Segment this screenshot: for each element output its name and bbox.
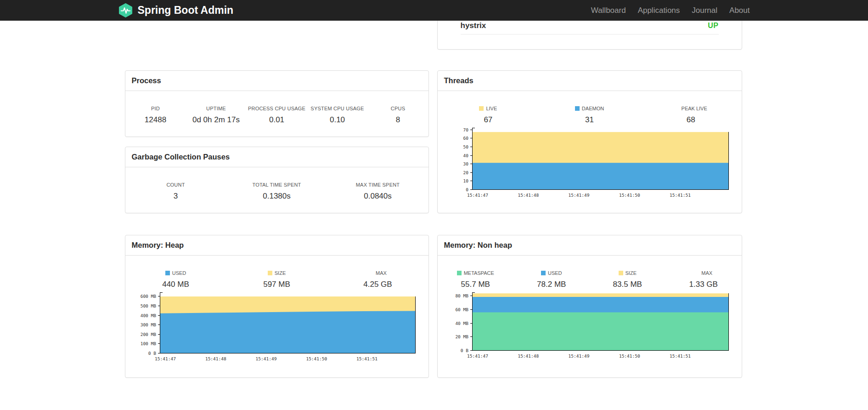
stat-gc-total-time: TOTAL TIME SPENT 0.1380s bbox=[226, 182, 327, 201]
memory-heap-chart: 0 B100 MB200 MB300 MB400 MB500 MB600 MB1… bbox=[125, 290, 428, 367]
legend-nonheap-used: USED 78.2 MB bbox=[513, 270, 590, 289]
svg-text:15:41:49: 15:41:49 bbox=[568, 193, 589, 198]
svg-text:15:41:51: 15:41:51 bbox=[356, 356, 378, 361]
svg-text:200 MB: 200 MB bbox=[140, 332, 156, 337]
brand-link[interactable]: Spring Boot Admin bbox=[118, 3, 234, 17]
navbar-links: Wallboard Applications Journal About bbox=[585, 0, 750, 21]
live-swatch-icon bbox=[479, 106, 484, 111]
health-row: hystrix UP bbox=[461, 21, 719, 30]
threads-panel: Threads LIVE 67 DAEMON 31 PEAK LIVE 68 0… bbox=[437, 70, 742, 213]
svg-text:15:41:48: 15:41:48 bbox=[518, 353, 539, 359]
svg-text:15:41:50: 15:41:50 bbox=[619, 353, 640, 359]
legend-daemon: DAEMON 31 bbox=[539, 106, 640, 125]
svg-text:0 B: 0 B bbox=[148, 351, 156, 356]
svg-text:60: 60 bbox=[463, 136, 468, 141]
memory-nonheap-panel: Memory: Non heap METASPACE 55.7 MB USED … bbox=[437, 235, 742, 378]
svg-text:15:41:47: 15:41:47 bbox=[467, 353, 488, 359]
legend-live: LIVE 67 bbox=[438, 106, 539, 125]
legend-nonheap-max: MAX 1.33 GB bbox=[665, 270, 742, 289]
divider bbox=[461, 34, 719, 34]
svg-text:600 MB: 600 MB bbox=[140, 294, 156, 299]
gc-panel: Garbage Collection Pauses COUNT 3 TOTAL … bbox=[125, 147, 429, 213]
navbar-container: Spring Boot Admin Wallboard Applications… bbox=[118, 0, 750, 21]
svg-text:400 MB: 400 MB bbox=[140, 313, 156, 318]
threads-panel-title: Threads bbox=[438, 71, 742, 91]
memory-nonheap-legend: METASPACE 55.7 MB USED 78.2 MB SIZE 83.5… bbox=[438, 256, 742, 289]
svg-text:15:41:49: 15:41:49 bbox=[568, 353, 589, 359]
stat-system-cpu-usage: SYSTEM CPU USAGE 0.10 bbox=[307, 106, 368, 125]
brand-title: Spring Boot Admin bbox=[138, 4, 234, 17]
status-badge: UP bbox=[708, 22, 718, 30]
nav-item-wallboard[interactable]: Wallboard bbox=[585, 0, 632, 21]
svg-text:15:41:50: 15:41:50 bbox=[619, 193, 640, 198]
size-swatch-icon bbox=[619, 271, 623, 275]
svg-text:15:41:49: 15:41:49 bbox=[255, 356, 276, 361]
legend-heap-used: USED 440 MB bbox=[125, 270, 226, 289]
svg-text:20: 20 bbox=[463, 170, 468, 175]
svg-text:15:41:51: 15:41:51 bbox=[670, 193, 691, 198]
gc-stats: COUNT 3 TOTAL TIME SPENT 0.1380s MAX TIM… bbox=[125, 167, 428, 201]
health-indicator-name: hystrix bbox=[461, 21, 486, 30]
svg-text:70: 70 bbox=[463, 127, 468, 132]
page-content: hystrix UP Process PID 12488 UPTIME 0d 0… bbox=[118, 0, 750, 410]
threads-legend: LIVE 67 DAEMON 31 PEAK LIVE 68 bbox=[438, 91, 742, 125]
threads-chart: 01020304050607015:41:4715:41:4815:41:491… bbox=[438, 125, 742, 203]
process-stats: PID 12488 UPTIME 0d 0h 2m 17s PROCESS CP… bbox=[125, 91, 428, 125]
top-navbar: Spring Boot Admin Wallboard Applications… bbox=[0, 0, 868, 21]
nav-item-about[interactable]: About bbox=[723, 0, 750, 21]
svg-text:15:41:51: 15:41:51 bbox=[670, 353, 691, 359]
svg-text:15:41:47: 15:41:47 bbox=[155, 356, 176, 361]
svg-text:15:41:48: 15:41:48 bbox=[518, 193, 539, 198]
used-swatch-icon bbox=[165, 271, 170, 275]
svg-text:20 MB: 20 MB bbox=[455, 334, 468, 339]
svg-text:300 MB: 300 MB bbox=[140, 322, 156, 327]
svg-text:40 MB: 40 MB bbox=[455, 321, 468, 326]
svg-text:60 MB: 60 MB bbox=[455, 307, 468, 312]
legend-nonheap-size: SIZE 83.5 MB bbox=[590, 270, 666, 289]
stat-gc-max-time: MAX TIME SPENT 0.0840s bbox=[327, 182, 428, 201]
stat-cpus: CPUS 8 bbox=[368, 106, 428, 125]
spring-boot-admin-logo-icon bbox=[118, 3, 133, 17]
memory-nonheap-chart: 0 B20 MB40 MB60 MB80 MB15:41:4715:41:481… bbox=[438, 290, 742, 364]
legend-heap-max: MAX 4.25 GB bbox=[327, 270, 428, 289]
legend-heap-size: SIZE 597 MB bbox=[226, 270, 327, 289]
metaspace-swatch-icon bbox=[457, 271, 462, 275]
svg-text:15:41:47: 15:41:47 bbox=[467, 193, 488, 198]
stat-pid: PID 12488 bbox=[125, 106, 186, 125]
nav-item-applications[interactable]: Applications bbox=[632, 0, 686, 21]
svg-text:50: 50 bbox=[463, 144, 468, 149]
gc-panel-title: Garbage Collection Pauses bbox=[125, 147, 428, 167]
used-swatch-icon bbox=[541, 271, 546, 275]
svg-text:15:41:50: 15:41:50 bbox=[306, 356, 327, 361]
memory-heap-panel-title: Memory: Heap bbox=[125, 235, 428, 256]
svg-text:30: 30 bbox=[463, 161, 468, 166]
process-panel-title: Process bbox=[125, 71, 428, 91]
svg-text:100 MB: 100 MB bbox=[140, 341, 156, 346]
svg-text:15:41:48: 15:41:48 bbox=[205, 356, 226, 361]
svg-text:10: 10 bbox=[463, 178, 468, 183]
stat-gc-count: COUNT 3 bbox=[125, 182, 226, 201]
legend-metaspace: METASPACE 55.7 MB bbox=[438, 270, 514, 289]
svg-text:80 MB: 80 MB bbox=[455, 293, 468, 298]
legend-peak-live: PEAK LIVE 68 bbox=[640, 106, 742, 125]
svg-text:40: 40 bbox=[463, 153, 468, 158]
process-panel: Process PID 12488 UPTIME 0d 0h 2m 17s PR… bbox=[125, 70, 429, 137]
nav-item-journal[interactable]: Journal bbox=[686, 0, 723, 21]
svg-text:0 B: 0 B bbox=[460, 348, 468, 353]
daemon-swatch-icon bbox=[575, 106, 580, 111]
svg-text:0: 0 bbox=[466, 187, 468, 192]
memory-heap-legend: USED 440 MB SIZE 597 MB MAX 4.25 GB bbox=[125, 256, 428, 289]
svg-text:500 MB: 500 MB bbox=[140, 303, 156, 308]
stat-process-cpu-usage: PROCESS CPU USAGE 0.01 bbox=[247, 106, 307, 125]
memory-nonheap-panel-title: Memory: Non heap bbox=[438, 235, 742, 256]
size-swatch-icon bbox=[268, 271, 272, 275]
memory-heap-panel: Memory: Heap USED 440 MB SIZE 597 MB MAX… bbox=[125, 235, 429, 378]
stat-uptime: UPTIME 0d 0h 2m 17s bbox=[186, 106, 247, 125]
